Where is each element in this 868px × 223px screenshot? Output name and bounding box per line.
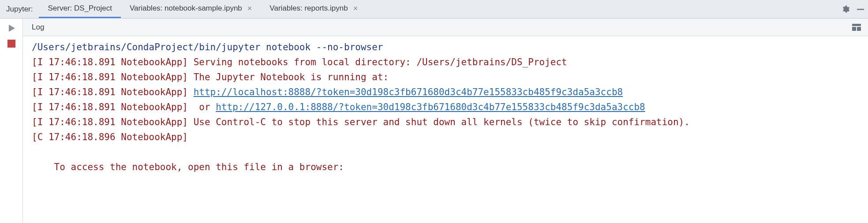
jupyter-panel-tabbar: Jupyter: Server: DS_Project Variables: n… xyxy=(0,0,868,19)
log-header: Log xyxy=(23,19,868,36)
tab-label: Variables: notebook-sample.ipynb xyxy=(130,4,242,13)
panel-title: Jupyter: xyxy=(6,0,39,18)
run-icon[interactable] xyxy=(7,24,16,33)
log-line: [C 17:46:18.896 NotebookApp] xyxy=(32,132,188,142)
svg-rect-0 xyxy=(857,9,864,10)
tab-label: Variables: reports.ipynb xyxy=(269,4,348,13)
log-tab-label: Log xyxy=(32,23,44,32)
svg-rect-3 xyxy=(857,27,861,31)
close-icon[interactable]: × xyxy=(353,4,358,12)
tab-server[interactable]: Server: DS_Project xyxy=(39,0,121,18)
server-url-localhost[interactable]: http://localhost:8888/?token=30d198c3fb6… xyxy=(194,87,623,97)
main-area: Log /Users/jetbrains/CondaProject/bin/ju… xyxy=(0,19,868,223)
log-panel: Log /Users/jetbrains/CondaProject/bin/ju… xyxy=(23,19,868,223)
close-icon[interactable]: × xyxy=(247,4,252,12)
left-gutter xyxy=(0,19,23,223)
console-output[interactable]: /Users/jetbrains/CondaProject/bin/jupyte… xyxy=(23,36,868,223)
minimize-icon[interactable] xyxy=(853,0,868,18)
gear-icon[interactable] xyxy=(838,0,853,18)
stop-icon[interactable] xyxy=(7,40,15,48)
svg-rect-1 xyxy=(852,24,861,26)
log-line: [I 17:46:18.891 NotebookApp] or xyxy=(32,102,216,112)
svg-rect-2 xyxy=(852,27,856,31)
log-line: To access the notebook, open this file i… xyxy=(32,162,344,172)
log-line: [I 17:46:18.891 NotebookApp] The Jupyter… xyxy=(32,72,389,82)
tab-variables-notebook-sample[interactable]: Variables: notebook-sample.ipynb × xyxy=(121,0,261,18)
tab-variables-reports[interactable]: Variables: reports.ipynb × xyxy=(261,0,367,18)
log-command: /Users/jetbrains/CondaProject/bin/jupyte… xyxy=(32,42,383,52)
tab-label: Server: DS_Project xyxy=(48,4,112,13)
layout-settings-icon[interactable] xyxy=(852,24,861,31)
log-line: [I 17:46:18.891 NotebookApp] Serving not… xyxy=(32,57,567,67)
log-line: [I 17:46:18.891 NotebookApp] xyxy=(32,87,194,97)
log-line: [I 17:46:18.891 NotebookApp] Use Control… xyxy=(32,117,690,127)
server-url-ip[interactable]: http://127.0.0.1:8888/?token=30d198c3fb6… xyxy=(216,102,645,112)
